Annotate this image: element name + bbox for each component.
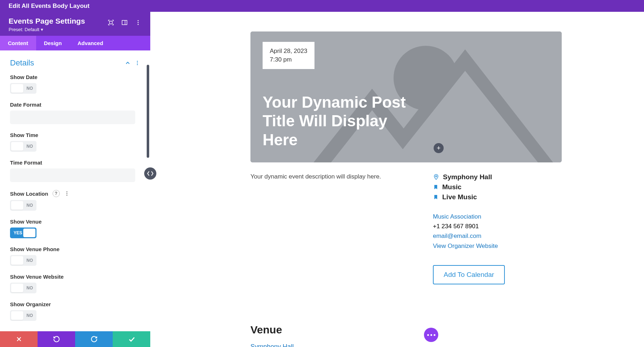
section-icons [125, 60, 140, 66]
input-date-format[interactable] [10, 111, 135, 124]
label-date-format: Date Format [10, 102, 140, 108]
svg-point-7 [137, 63, 138, 64]
field-time-format: Time Format [10, 160, 140, 182]
label-show-venue-website: Show Venue Website [10, 274, 140, 280]
scrollbar-thumb[interactable] [147, 65, 149, 158]
add-module-button[interactable]: + [434, 143, 444, 153]
toggle-no-label: NO [26, 285, 33, 290]
resize-handle[interactable] [144, 167, 156, 180]
toggle-knob [11, 142, 23, 151]
svg-point-4 [138, 22, 139, 23]
more-vertical-icon[interactable] [64, 191, 70, 196]
cancel-button[interactable] [0, 331, 38, 347]
venue-link[interactable]: Symphony Hall [250, 343, 562, 347]
svg-point-9 [66, 191, 67, 192]
input-time-format[interactable] [10, 168, 135, 182]
toggle-show-venue-website[interactable]: NO [10, 283, 36, 293]
bottom-actions [0, 331, 150, 347]
top-bar: Edit All Events Body Layout [0, 0, 644, 12]
section-head-details[interactable]: Details [10, 56, 140, 74]
field-show-organizer: Show Organizer NO [10, 301, 140, 321]
organizer-phone: +1 234 567 8901 [433, 221, 562, 231]
date-badge: April 28, 2023 7:30 pm [263, 42, 314, 69]
label-show-venue-phone: Show Venue Phone [10, 246, 140, 252]
caret-down-icon: ▾ [41, 27, 43, 32]
add-to-calendar-button[interactable]: Add To Calendar [433, 265, 505, 284]
svg-rect-0 [109, 21, 112, 24]
svg-point-8 [137, 64, 138, 65]
organizer-website[interactable]: View Organizer Website [433, 241, 562, 251]
panel-icon[interactable] [121, 19, 128, 26]
toggle-knob [11, 256, 23, 265]
floating-action-button[interactable] [424, 328, 438, 342]
category-line-1: Music [433, 183, 562, 191]
top-bar-title: Edit All Events Body Layout [9, 3, 89, 10]
hero-title: Your Dynamic Post Title Will Display Her… [263, 93, 413, 150]
svg-rect-1 [122, 20, 127, 25]
bookmark-icon [433, 184, 439, 190]
settings-sidebar: Events Page Settings Preset: Default ▾ C… [0, 12, 150, 347]
main-wrap: Events Page Settings Preset: Default ▾ C… [0, 12, 644, 347]
toggle-no-label: NO [26, 203, 33, 208]
venue-line: Symphony Hall [433, 173, 562, 181]
bookmark-icon [433, 194, 439, 200]
svg-point-11 [66, 195, 67, 196]
svg-point-3 [138, 20, 139, 21]
preview-canvas[interactable]: April 28, 2023 7:30 pm Your Dynamic Post… [150, 12, 644, 347]
svg-point-6 [137, 61, 138, 62]
toggle-knob [11, 84, 23, 93]
content-row: Your dynamic event description will disp… [250, 173, 562, 284]
toggle-show-time[interactable]: NO [10, 141, 36, 152]
toggle-show-organizer[interactable]: NO [10, 310, 36, 321]
more-vertical-icon[interactable] [135, 19, 142, 26]
category-line-2: Live Music [433, 193, 562, 201]
field-date-format: Date Format [10, 102, 140, 124]
field-show-date: Show Date NO [10, 74, 140, 94]
toggle-show-date[interactable]: NO [10, 83, 36, 94]
preset-label: Preset: Default [9, 27, 39, 32]
toggle-show-venue-phone[interactable]: NO [10, 255, 36, 266]
label-show-organizer: Show Organizer [10, 301, 140, 307]
toggle-knob [11, 201, 23, 210]
toggle-show-venue[interactable]: YES [10, 228, 36, 238]
label-show-venue: Show Venue [10, 219, 140, 225]
label-time-format: Time Format [10, 160, 140, 166]
toggle-no-label: NO [26, 313, 33, 318]
toggle-no-label: NO [26, 258, 33, 263]
tab-advanced[interactable]: Advanced [70, 36, 111, 50]
organizer-name[interactable]: Music Association [433, 212, 562, 221]
organizer-email[interactable]: email@email.com [433, 231, 562, 241]
toggle-no-label: NO [26, 86, 33, 91]
label-show-time: Show Time [10, 132, 140, 138]
label-show-location: Show Location [10, 191, 48, 197]
help-icon[interactable]: ? [53, 190, 60, 197]
more-horizontal-icon [427, 334, 435, 336]
sidebar-header-icons [107, 19, 142, 26]
hero-image[interactable]: April 28, 2023 7:30 pm Your Dynamic Post… [250, 31, 562, 162]
undo-button[interactable] [38, 331, 75, 347]
label-show-date: Show Date [10, 74, 140, 80]
fullscreen-icon[interactable] [107, 19, 114, 26]
tab-design[interactable]: Design [36, 36, 70, 50]
toggle-knob [23, 229, 35, 237]
venue-name: Symphony Hall [443, 173, 492, 181]
settings-tabs: Content Design Advanced [0, 36, 150, 50]
preset-selector[interactable]: Preset: Default ▾ [9, 27, 142, 32]
svg-point-5 [138, 24, 139, 25]
toggle-no-label: NO [26, 144, 33, 149]
tab-content[interactable]: Content [0, 36, 36, 50]
save-button[interactable] [113, 331, 150, 347]
toggle-show-location[interactable]: NO [10, 200, 36, 211]
toggle-knob [11, 284, 23, 292]
more-vertical-icon[interactable] [135, 60, 140, 66]
panel-body[interactable]: Details Show Date NO Date F [0, 50, 150, 331]
chevron-up-icon[interactable] [125, 60, 131, 66]
event-description: Your dynamic event description will disp… [250, 173, 411, 284]
redo-button[interactable] [75, 331, 113, 347]
event-date: April 28, 2023 [270, 47, 307, 55]
svg-point-10 [66, 193, 67, 194]
field-show-location: Show Location ? NO [10, 190, 140, 211]
organizer-block: Music Association +1 234 567 8901 email@… [433, 212, 562, 251]
sidebar-header: Events Page Settings Preset: Default ▾ [0, 12, 150, 36]
toggle-knob [11, 311, 23, 320]
